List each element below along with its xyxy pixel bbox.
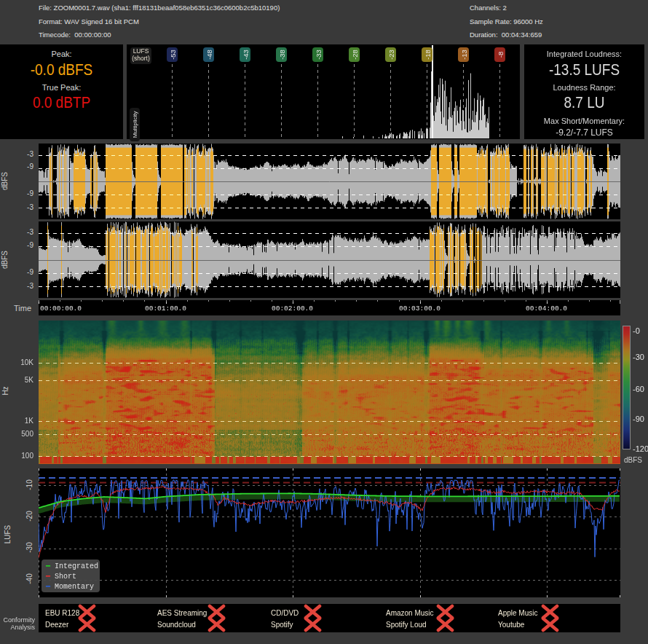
svg-text:Soundcloud: Soundcloud — [157, 621, 196, 629]
svg-text:AES Streaming: AES Streaming — [157, 609, 207, 617]
svg-text:Amazon Music: Amazon Music — [386, 609, 434, 617]
svg-text:Spotify: Spotify — [271, 621, 293, 629]
svg-text:EBU R128: EBU R128 — [45, 609, 80, 617]
svg-text:CD/DVD: CD/DVD — [271, 609, 299, 617]
svg-text:Apple Music: Apple Music — [498, 609, 537, 617]
svg-text:Deezer: Deezer — [45, 621, 69, 629]
svg-text:Youtube: Youtube — [498, 621, 525, 629]
svg-text:Spotify Loud: Spotify Loud — [386, 621, 427, 629]
